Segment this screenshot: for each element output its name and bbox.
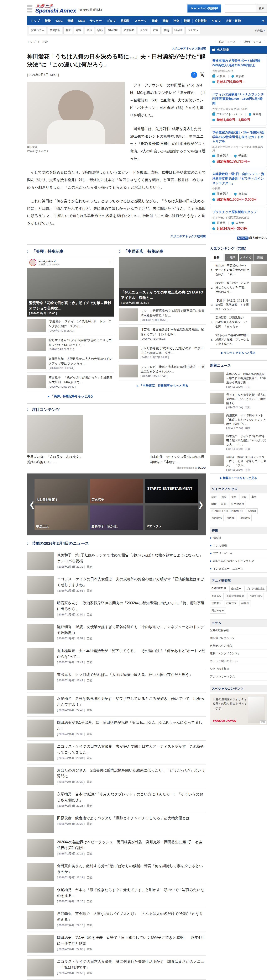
feature-list-item[interactable]: テレビ界を覆う“硬直化した対応”の影 中居正広氏の問題以降 先手…[ 2025年…: [119, 344, 206, 362]
news-list-item[interactable]: 永尾柚乃 意外な勉強場所明かす「ザワザワしているところが好き」歩いていて「出会っ…: [27, 693, 206, 717]
subnav-chip[interactable]: コスプレ: [186, 27, 200, 34]
latest-news-item[interactable]: 福原遥 総額1億円超ジュエリーにうっとり「恋をしている気分」 「ブル… [ 3月…: [210, 453, 267, 474]
feature-list-item[interactable]: “美腹筋レースクイーン”早川みゆき トレーニング姿公開に「スタイ…[ 2026年…: [27, 317, 114, 335]
ranking-item[interactable]: 3 【明日4日のばけばけ】第108話 残り18回 トキ懐妊！ヘブンに…: [210, 296, 267, 314]
anime-chip[interactable]: 山寺宏一: [229, 586, 243, 592]
latest-news-item[interactable]: 高畑充希 ママで初イベント 「永遠に変えたくないもの」とは? 映画「ウ… [ 3…: [210, 411, 267, 432]
column-link[interactable]: アナウンサーコラム: [210, 673, 267, 681]
ranking-item[interactable]: 4 高須院長 話題沸騰のCM“松本人志登場シーン”公開 「まっちゃ…: [210, 313, 267, 331]
feature-main-card[interactable]: 鷲見玲奈「花粉で目が真っ赤」朝イチで対策→撮影オフショで美脚披… [ 2026年…: [27, 268, 114, 317]
job-card[interactable]: パティシエ経験者/ベトナムフレンチ料理店/高時給1400～1500円/1日4時間…: [210, 89, 267, 125]
latest-news-item[interactable]: 元アイドルが大学教授 過去に菊池桃子、いとうまい子、南野陽子ら [ 3月4日 0…: [210, 391, 267, 412]
subnav-chip[interactable]: 破局: [74, 27, 83, 34]
nav-item[interactable]: 競馬: [182, 19, 192, 23]
job-card[interactable]: 未経験歓迎・週1日～自由シフト・資格取得支援で成長!「ピラティスインストラクター…: [210, 169, 267, 205]
nav-item[interactable]: MLB: [76, 19, 87, 22]
feature-link[interactable]: ▶我が道: [210, 534, 267, 542]
carousel-tile[interactable]: 藤あや子「我が道」: [90, 506, 143, 530]
nav-item[interactable]: クルマ: [210, 19, 224, 23]
anime-chip[interactable]: 福原遥: [240, 600, 251, 606]
subnav-chip[interactable]: 鶴明: [162, 27, 171, 34]
anime-chip[interactable]: 松島惇太: [224, 600, 238, 606]
quick-access-chip[interactable]: 破局: [230, 494, 238, 500]
news-list-item[interactable]: 東出昌大、クマ目線で見れば…「人間は物凄い殺人鬼。だいぶ怖い存在だと思う」 [ …: [27, 669, 206, 693]
carousel-next-icon[interactable]: ❯: [198, 500, 204, 509]
news-list-item[interactable]: ニコラス・ケイジの日本人女優妻 夫が好んで聞く日本人アーティスト明かす「これ好き…: [27, 741, 206, 764]
anime-chip[interactable]: 上坂すみれ: [247, 593, 264, 599]
quick-access-chip[interactable]: 櫻坂46: [225, 515, 236, 521]
x-share-icon[interactable]: 𝕏: [200, 72, 206, 78]
anime-chip[interactable]: ゴジラ 怪獣惑星: [244, 586, 266, 592]
campaign-button[interactable]: キャンペーン実施中!: [187, 4, 221, 13]
feature-main-card[interactable]: 「仰天ニュース」かつての中居正広の席にSTARTOアイドル 鶴瓶と… [ 202…: [119, 257, 206, 306]
subnav-chip[interactable]: ドラマ: [138, 27, 150, 34]
latest-news-item[interactable]: 鈴木亮平 サインに“熊の顔”を書く超人気女優に「やっぱり変な人」 キ… [ 3月…: [210, 432, 267, 453]
news-list-item[interactable]: 2026年の芸能界はベビーラッシュ 岡田結実が報告 高畑充希・岡田将生に第1子 …: [27, 836, 206, 860]
byline-link[interactable]: スポニチアネックス取材班: [27, 47, 206, 51]
featured-card[interactable]: 千昌夫78歳 「左は長女、右は次女」愛娘の肩抱く3S …: [27, 415, 83, 465]
news-list-item[interactable]: 丸山桂里奈 夫・本並健治氏が「見下してくる」 その理由は？「何かあると“オートマ…: [27, 645, 206, 669]
news-list-item[interactable]: おばたのお兄さん 2歳長男に胎内記憶を聞いた結果にほっこり、「どうだった?」とい…: [27, 764, 206, 788]
subnav-chip[interactable]: 結婚: [85, 27, 94, 34]
ranking-more-link[interactable]: ▶ ランキングをもっと見る: [210, 348, 267, 356]
feature-list-item[interactable]: 久間田琳加 大胆足見せ…大人の色気放つドレスアップ姿にファンうっ…[ 2026年…: [27, 354, 114, 373]
news-list-item[interactable]: ニコラス・ケイジの日本人女優妻 夫の規格外のお金の使い方明かす「経済的格差はすご…: [27, 573, 206, 597]
ranking-tab[interactable]: おすすめ: [239, 254, 253, 261]
quick-access-chip[interactable]: STARTO ENTERTAINMENT: [210, 508, 245, 514]
news-list-item[interactable]: 岡田結実、第1子出産を発表 直筆で「日々成長していく我が子に驚きと感謝」 昨年4…: [27, 932, 206, 956]
feature-list-item[interactable]: フジ 中居正広氏めぐる問題で新卒採用に影響 清水社長が言及「影…[ 2026年1…: [119, 306, 206, 325]
column-link[interactable]: ちょっと聞いてよ〜い: [210, 657, 267, 665]
nav-item[interactable]: 公営競技: [192, 19, 210, 23]
column-link[interactable]: 連載「エンタメランド」: [210, 650, 267, 657]
ranking-item[interactable]: 5 “松ちゃんの秘書”ABC増田紗織アナ退社 フリーとして東京進出へ: [210, 331, 267, 348]
subnav-chip[interactable]: 騒動: [95, 27, 105, 34]
subnav-chip[interactable]: 記者コラム: [29, 27, 46, 34]
nav-item[interactable]: サッカー: [87, 19, 104, 23]
feature-link[interactable]: ▶365日 あの頃のヒットランキング: [210, 557, 267, 565]
ranking-tab[interactable]: 最新: [210, 254, 224, 261]
quick-access-chip[interactable]: 熱愛: [219, 494, 228, 500]
news-list-item[interactable]: 瀬戸朝香 16歳、女優業が嫌すぎて新幹線逃亡も「車内放送で…」マネジャーとのトン…: [27, 621, 206, 645]
breadcrumb-current[interactable]: 芸能: [42, 40, 48, 43]
ad-banner[interactable]: 広告の透明性やクオリティ改善への取り組みを行っています。 YAHOO! JAPA…: [210, 694, 267, 725]
subnav-chip[interactable]: 熱愛: [64, 27, 73, 34]
nav-item[interactable]: 新着: [43, 19, 53, 23]
quick-access-chip[interactable]: 出産: [250, 494, 258, 500]
anime-chip[interactable]: 春奈るな: [210, 593, 224, 599]
featured-card[interactable]: 山本由伸 “オリックス愛”あふれる帰国報告に「本物す…: [150, 415, 206, 465]
subnav-chip[interactable]: 紅白: [151, 27, 161, 34]
nav-item[interactable]: トップ: [28, 19, 43, 23]
ranking-tab[interactable]: 動画: [253, 254, 267, 261]
subnav-more[interactable]: その他 ∨: [254, 29, 265, 32]
subnav-chip[interactable]: 乃木坂46: [122, 27, 137, 34]
kyujin-box-logo[interactable]: 求人ボックス求人ボックス: [210, 236, 267, 240]
ranking-item[interactable]: 2 桂文枝、寂しげに「とんと見なくなった」54年前、当然のよう…: [210, 279, 267, 296]
next-news-link[interactable]: 次のニュース: [244, 40, 261, 44]
anime-chip[interactable]: 高山みなみ: [210, 608, 226, 614]
column-link[interactable]: 記者の取材手帳: [210, 627, 267, 634]
news-list-item[interactable]: 田原俊彦 飲食店でよくバッタリ「旦那とイチャイチャしてる」超大物女優とは [ 2…: [27, 812, 206, 836]
column-link[interactable]: シネマの小部屋: [210, 665, 267, 673]
carousel-tile[interactable]: 中居正広: [35, 506, 88, 530]
job-card[interactable]: 学研教室の先生/週1・2h～/副業可/低学年のみ/教室運営を担うセカンドキャリア…: [210, 127, 267, 167]
latest-more-link[interactable]: ▶ 新着ニュースをもっと見る: [210, 474, 267, 481]
news-list-item[interactable]: 永尾柚乃 台本は“紙派”「今みんなタブレット」の言い方にりんたろー。「そういうの…: [27, 788, 206, 812]
feature-link[interactable]: ▶マンガ情報: [210, 542, 267, 550]
quick-access-chip[interactable]: 紅白歌合戦: [230, 501, 246, 507]
nav-item[interactable]: 五輪: [149, 19, 160, 23]
carousel-prev-icon[interactable]: ❮: [29, 500, 35, 509]
carousel-tile[interactable]: 広末涼子: [90, 479, 143, 503]
job-card[interactable]: プラスチック原料製造スタッフ ダイヤモンド樹脂工業株式会社 正社員 ｜ 東京都 …: [210, 207, 267, 234]
ranking-item[interactable]: 1 IMALU 事実婚のパートナーと住む奄美大島の自宅を紹介 「素…: [210, 261, 267, 279]
news-list-item[interactable]: 明石家さんま 政治家転身!? 岸谷蘭丸の「2032年に都知事選に出たい」に「俺、…: [27, 597, 206, 621]
anime-chip[interactable]: GARNiDELiA: [210, 586, 228, 592]
quick-access-chip[interactable]: 離婚: [210, 501, 218, 507]
news-list-item[interactable]: 岸谷蘭丸 英会話で「大事なのはバイブスと顔」 さんまは人の名だけで“会話”「かな…: [27, 908, 206, 932]
nav-item[interactable]: 格闘技: [118, 19, 132, 23]
feature-list-item[interactable]: 前田敦子 「脱ぎっぷりが良かった」と編集者が太鼓判 14年ぶり写…[ 2026年…: [27, 373, 114, 391]
news-list-item[interactable]: 永尾柚乃 台本は「寝て起きたらすぐに覚えてます」と明かす 頭の中で「写真みたいな…: [27, 884, 206, 908]
instagram-username[interactable]: sumi_reina: [38, 259, 53, 263]
feature-link[interactable]: ▶インタビュー ニュース: [210, 565, 267, 573]
nav-item[interactable]: 社会: [171, 19, 182, 23]
facebook-share-icon[interactable]: f: [191, 72, 197, 78]
